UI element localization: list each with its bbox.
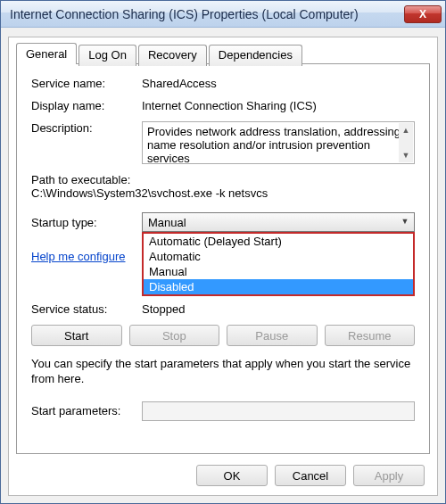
label-startup-type: Startup type: <box>31 216 142 229</box>
help-link[interactable]: Help me configure <box>31 250 126 263</box>
tab-logon[interactable]: Log On <box>78 45 136 66</box>
pause-button[interactable]: Pause <box>227 325 318 346</box>
description-scrollbar[interactable]: ▲ ▼ <box>399 123 413 162</box>
start-button[interactable]: Start <box>31 325 122 346</box>
close-icon: X <box>419 9 426 20</box>
label-start-parameters: Start parameters: <box>31 404 142 417</box>
close-button[interactable]: X <box>404 5 442 23</box>
scroll-down-icon[interactable]: ▼ <box>399 148 413 162</box>
dialog-window: Internet Connection Sharing (ICS) Proper… <box>0 0 446 504</box>
resume-button[interactable]: Resume <box>325 325 416 346</box>
tab-dependencies[interactable]: Dependencies <box>209 45 302 66</box>
label-description: Description: <box>31 121 142 135</box>
tab-panel-general: Service name: SharedAccess Display name:… <box>16 63 430 454</box>
stop-button[interactable]: Stop <box>129 325 220 346</box>
chevron-down-icon: ▼ <box>399 215 411 227</box>
label-service-status: Service status: <box>31 302 142 316</box>
description-box[interactable]: Provides network address translation, ad… <box>142 121 415 164</box>
option-automatic-delayed[interactable]: Automatic (Delayed Start) <box>144 234 413 249</box>
option-automatic[interactable]: Automatic <box>144 249 413 264</box>
scroll-up-icon[interactable]: ▲ <box>399 123 413 137</box>
tab-recovery[interactable]: Recovery <box>138 45 207 66</box>
start-parameters-input[interactable] <box>142 401 415 421</box>
startup-type-select[interactable]: Manual ▼ Automatic (Delayed Start) Autom… <box>142 212 415 232</box>
note-text: You can specify the start parameters tha… <box>31 357 415 387</box>
option-manual[interactable]: Manual <box>144 264 413 279</box>
dialog-footer: OK Cancel Apply <box>196 465 425 486</box>
value-path: C:\Windows\System32\svchost.exe -k netsv… <box>31 186 415 200</box>
tab-general[interactable]: General <box>16 43 77 64</box>
apply-button[interactable]: Apply <box>353 465 425 486</box>
option-disabled[interactable]: Disabled <box>144 279 413 294</box>
label-service-name: Service name: <box>31 77 142 90</box>
startup-type-value: Manual <box>148 216 186 229</box>
window-title: Internet Connection Sharing (ICS) Proper… <box>10 7 404 21</box>
cancel-button[interactable]: Cancel <box>275 465 346 486</box>
tab-strip: General Log On Recovery Dependencies <box>16 43 430 64</box>
description-text: Provides network address translation, ad… <box>147 125 404 164</box>
scroll-track[interactable] <box>399 137 413 148</box>
startup-type-dropdown: Automatic (Delayed Start) Automatic Manu… <box>142 232 415 296</box>
value-service-status: Stopped <box>142 302 185 316</box>
value-display-name: Internet Connection Sharing (ICS) <box>142 99 415 112</box>
titlebar[interactable]: Internet Connection Sharing (ICS) Proper… <box>1 1 445 28</box>
client-area: General Log On Recovery Dependencies Ser… <box>8 37 438 496</box>
label-path: Path to executable: <box>31 173 415 186</box>
label-display-name: Display name: <box>31 99 142 112</box>
ok-button[interactable]: OK <box>196 465 268 486</box>
value-service-name: SharedAccess <box>142 77 415 90</box>
